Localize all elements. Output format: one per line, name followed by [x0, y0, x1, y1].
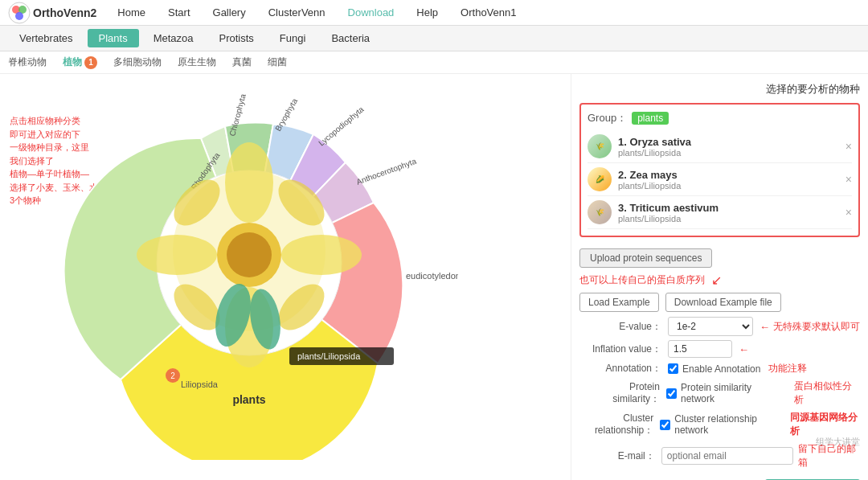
- svg-point-3: [15, 12, 23, 20]
- liliopsida-label: Liliopsida: [181, 379, 219, 389]
- segment-antho: Anthocerotophyta: [355, 157, 418, 187]
- watermark: 组学大讲堂: [816, 436, 860, 448]
- nav-gallery[interactable]: Gallery: [203, 3, 256, 22]
- svg-point-6: [225, 142, 273, 223]
- species-name-2: 2. Zea mays: [618, 169, 845, 181]
- protein-row: Protein similarity： Protein similarity n…: [579, 379, 860, 407]
- protein-checkbox[interactable]: [666, 388, 677, 399]
- group-header: Group： plants: [588, 111, 852, 125]
- annotation-field-label: Annotation：: [579, 362, 668, 375]
- email-input[interactable]: [661, 447, 793, 465]
- plants-badge: 1: [84, 56, 97, 69]
- species-close-2[interactable]: ×: [845, 173, 852, 186]
- inflation-input[interactable]: [668, 340, 732, 358]
- no-req-text: 无特殊要求默认即可: [773, 320, 860, 334]
- nav-metazoa[interactable]: Metazoa: [142, 29, 205, 47]
- species-info-2: 2. Zea mays plants/Liliopsida: [618, 169, 845, 191]
- species-thumb-1: 🌾: [588, 134, 612, 158]
- cn-plants[interactable]: 植物1: [63, 55, 97, 69]
- species-item-3: 🌾 3. Triticum aestivum plants/Liliopsida…: [588, 196, 852, 229]
- species-close-1[interactable]: ×: [845, 140, 852, 153]
- logo-text: OrthoVenn2: [33, 6, 96, 19]
- svg-point-8: [137, 235, 217, 275]
- top-navigation: OrthoVenn2 Home Start Gallery ClusterVen…: [0, 0, 868, 26]
- load-example-button[interactable]: Load Example: [579, 293, 659, 312]
- cn-vertebrates[interactable]: 脊椎动物: [8, 55, 47, 69]
- chinese-navigation: 脊椎动物 植物1 多细胞动物 原生生物 真菌 细菌: [0, 51, 868, 74]
- nav-protists[interactable]: Protists: [208, 29, 265, 47]
- annotation-func-text: 功能注释: [768, 362, 807, 375]
- cn-metazoa[interactable]: 多细胞动物: [113, 55, 162, 69]
- species-close-3[interactable]: ×: [845, 206, 852, 219]
- annotation-row: Annotation： Enable Annotation 功能注释: [579, 362, 860, 375]
- nav-download[interactable]: Download: [338, 3, 404, 22]
- nav-orthovenn1[interactable]: OrthoVenn1: [451, 3, 526, 22]
- species-info-3: 3. Triticum aestivum plants/Liliopsida: [618, 202, 845, 224]
- cn-bacteria[interactable]: 细菌: [268, 55, 287, 69]
- start-row: 点击开始分析 Start analysis: [579, 474, 860, 480]
- second-navigation: Vertebrates Plants Metazoa Protists Fung…: [0, 26, 868, 51]
- cn-fungi[interactable]: 真菌: [232, 55, 252, 69]
- nav-start[interactable]: Start: [158, 3, 199, 22]
- protein-field-label: Protein similarity：: [579, 381, 666, 406]
- tooltip-text: plants/Liliopsida: [297, 351, 361, 361]
- nav-bacteria[interactable]: Bacteria: [320, 29, 381, 47]
- right-panel: 选择的要分析的物种 Group： plants 🌾 1. Oryza sativ…: [571, 74, 868, 480]
- example-row: Load Example Download Example file: [579, 293, 860, 312]
- nav-help[interactable]: Help: [407, 3, 448, 22]
- chart-container: Rhodophyta Chlorophyta Bryophyta Lycopod…: [0, 74, 571, 480]
- segment-eudicot: eudicotyledons: [406, 271, 458, 281]
- inflation-arrow: ←: [739, 343, 749, 355]
- nav-plants[interactable]: Plants: [88, 29, 139, 47]
- evalue-label: E-value：: [579, 320, 668, 334]
- svg-point-9: [281, 235, 362, 275]
- protein-analysis-text: 蛋白相似性分析: [794, 379, 860, 407]
- species-name-1: 1. Oryza sativa: [618, 136, 845, 148]
- cluster-field-label: Cluster relationship：: [579, 412, 660, 437]
- chart-center-label: plants: [232, 393, 265, 406]
- left-panel: 点击相应物种分类 即可进入对应的下 一级物种目录，这里 我们选择了 植物—单子叶…: [0, 74, 571, 480]
- nav-clustervenn[interactable]: ClusterVenn: [259, 3, 335, 22]
- protein-check-label: Protein similarity network: [681, 382, 786, 404]
- species-sub-2: plants/Liliopsida: [618, 181, 845, 191]
- segment-lyco: Lycopodiophyta: [317, 105, 366, 147]
- species-item-2: 🌽 2. Zea mays plants/Liliopsida ×: [588, 163, 852, 196]
- upload-protein-button[interactable]: Upload protein sequences: [579, 248, 712, 268]
- cluster-checkbox[interactable]: [660, 420, 670, 430]
- species-thumb-3: 🌾: [588, 200, 612, 224]
- annotation-checkbox[interactable]: [668, 363, 678, 374]
- nav-fungi[interactable]: Fungi: [268, 29, 317, 47]
- email-field-label: E-mail：: [579, 449, 661, 463]
- arrow-icon: ↙: [711, 273, 722, 288]
- cluster-check-label: Cluster relationship network: [674, 413, 782, 436]
- right-heading: 选择的要分析的物种: [579, 82, 860, 96]
- species-thumb-2: 🌽: [588, 167, 612, 191]
- upload-callout-text: 也可以上传自己的蛋白质序列: [579, 273, 705, 287]
- group-tag: plants: [632, 112, 669, 125]
- species-info-1: 1. Oryza sativa plants/Liliopsida: [618, 136, 845, 158]
- download-example-button[interactable]: Download Example file: [665, 293, 781, 312]
- evalue-row: E-value： 1e-2 1e-3 1e-5 ← 无特殊要求默认即可: [579, 317, 860, 336]
- species-item-1: 🌾 1. Oryza sativa plants/Liliopsida ×: [588, 130, 852, 163]
- cn-protists[interactable]: 原生生物: [178, 55, 216, 69]
- cluster-row: Cluster relationship： Cluster relationsh…: [579, 411, 860, 438]
- species-sub-3: plants/Liliopsida: [618, 214, 845, 224]
- cluster-analysis-text: 同源基因网络分析: [790, 411, 860, 438]
- logo[interactable]: OrthoVenn2: [8, 2, 96, 24]
- group-box: Group： plants 🌾 1. Oryza sativa plants/L…: [579, 103, 860, 237]
- species-name-3: 3. Triticum aestivum: [618, 202, 845, 214]
- upload-callout: 也可以上传自己的蛋白质序列 ↙: [579, 273, 860, 288]
- evalue-select[interactable]: 1e-2 1e-3 1e-5: [668, 317, 753, 336]
- main-content: 点击相应物种分类 即可进入对应的下 一级物种目录，这里 我们选择了 植物—单子叶…: [0, 74, 868, 480]
- nav-home[interactable]: Home: [108, 3, 155, 22]
- badge-2: 2: [170, 371, 175, 380]
- inflation-label: Inflation value：: [579, 343, 668, 356]
- annotation-check-label: Enable Annotation: [682, 363, 760, 375]
- evalue-arrow: ←: [760, 321, 770, 333]
- nav-vertebrates[interactable]: Vertebrates: [8, 29, 84, 47]
- upload-row: Upload protein sequences: [579, 244, 860, 268]
- inflation-row: Inflation value： ←: [579, 340, 860, 358]
- svg-point-15: [227, 232, 272, 277]
- species-sub-1: plants/Liliopsida: [618, 148, 845, 158]
- group-label: Group：: [588, 111, 627, 125]
